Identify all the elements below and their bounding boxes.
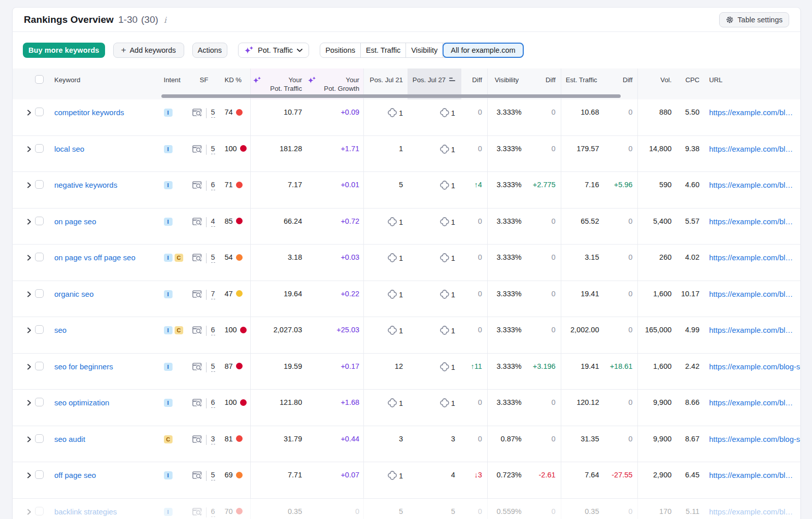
col-header-url[interactable]: URL [704, 68, 800, 99]
pos-diff-cell: ↑11 [461, 354, 488, 390]
intent-badge-I: I [164, 290, 173, 298]
kd-cell: 87 [219, 354, 251, 390]
cpc-cell: 10.17 [676, 281, 704, 317]
row-expander[interactable] [13, 172, 35, 208]
row-expander[interactable] [13, 209, 35, 245]
keyword-link[interactable]: seo optimization [54, 398, 109, 407]
keyword-link[interactable]: on page seo [54, 217, 96, 226]
row-expander[interactable] [13, 462, 35, 498]
keyword-link[interactable]: seo audit [54, 435, 85, 443]
serp-features-icon [192, 253, 202, 263]
add-keywords-button[interactable]: +Add keywords [113, 43, 184, 58]
serp-features-icon [192, 217, 202, 227]
keyword-link[interactable]: seo for beginners [54, 362, 113, 371]
url-link[interactable]: https://example.com/bl… [709, 145, 793, 153]
segment-positions[interactable]: Positions [320, 43, 361, 57]
row-checkbox[interactable] [35, 507, 44, 515]
cpc-cell: 8.67 [676, 426, 704, 462]
keyword-link[interactable]: negative keywords [54, 181, 117, 189]
url-link[interactable]: https://example.com/bl… [709, 398, 793, 407]
pos-jul27-cell: 1 [408, 354, 461, 390]
row-checkbox[interactable] [35, 253, 44, 261]
keyword-link[interactable]: competitor keywords [54, 108, 124, 117]
row-expander[interactable] [13, 317, 35, 353]
url-link[interactable]: https://example.com/blog-seo-for-beginne… [709, 362, 800, 371]
col-header-cpc[interactable]: CPC [676, 68, 704, 99]
keyword-link[interactable]: seo [54, 326, 66, 334]
keyword-link[interactable]: off page seo [54, 471, 96, 479]
buy-more-keywords-button[interactable]: Buy more keywords [23, 43, 105, 58]
row-expander[interactable] [13, 499, 35, 519]
serp-features-count[interactable]: 6 [211, 326, 215, 335]
volume-cell: 590 [638, 172, 676, 208]
volume-cell: 9,900 [638, 390, 676, 426]
volume-cell: 260 [638, 245, 676, 281]
serp-features-count[interactable]: 7 [211, 290, 215, 299]
url-link[interactable]: https://example.com/bl… [709, 108, 793, 117]
pot-growth-cell: +0.22 [305, 281, 364, 317]
actions-button[interactable]: Actions [192, 43, 228, 58]
row-checkbox[interactable] [35, 470, 44, 479]
position-value: 1 [399, 290, 403, 298]
keyword-link[interactable]: on page vs off page seo [54, 253, 136, 262]
serp-features-count[interactable]: 3 [211, 435, 215, 444]
serp-features-count[interactable]: 5 [211, 254, 215, 263]
position-value: 5 [399, 181, 403, 189]
row-checkbox[interactable] [35, 108, 44, 116]
position-value: 1 [399, 145, 403, 153]
sf-divider [206, 108, 207, 118]
table-settings-button[interactable]: Table settings [719, 12, 789, 27]
visibility-diff-cell: 0 [528, 499, 561, 519]
pos-jul21-cell: 5 [364, 499, 408, 519]
serp-features-count[interactable]: 5 [211, 145, 215, 154]
row-checkbox[interactable] [35, 144, 44, 153]
row-checkbox[interactable] [35, 180, 44, 189]
segment-all-for-domain[interactable]: All for example.com [443, 43, 523, 58]
volume-cell: 2,900 [638, 462, 676, 498]
url-link[interactable]: https://example.com/bl… [709, 507, 793, 516]
url-link[interactable]: https://example.com/bl… [709, 290, 793, 298]
url-link[interactable]: https://example.com/blog-seo-audit-guide [709, 435, 800, 443]
row-expander[interactable] [13, 245, 35, 281]
row-expander[interactable] [13, 281, 35, 317]
row-expander[interactable] [13, 354, 35, 390]
select-all-checkbox[interactable] [35, 75, 44, 84]
serp-features-count[interactable]: 6 [211, 399, 215, 408]
chevron-right-icon [26, 327, 32, 333]
url-link[interactable]: https://example.com/bl… [709, 217, 793, 226]
row-checkbox[interactable] [35, 217, 44, 225]
serp-features-icon [192, 289, 202, 299]
serp-features-count[interactable]: 5 [211, 363, 215, 372]
keyword-link[interactable]: organic seo [54, 290, 94, 298]
serp-features-count[interactable]: 5 [211, 109, 215, 118]
horizontal-scrollbar[interactable] [161, 94, 621, 98]
row-checkbox[interactable] [35, 362, 44, 370]
url-link[interactable]: https://example.com/bl… [709, 181, 793, 189]
url-link[interactable]: https://example.com/bl… [709, 471, 793, 479]
serp-features-icon [192, 398, 202, 408]
serp-features-count[interactable]: 5 [211, 471, 215, 480]
serp-features-count[interactable]: 4 [211, 218, 215, 227]
col-header-volume[interactable]: Vol. [638, 68, 676, 99]
url-link[interactable]: https://example.com/bl… [709, 253, 793, 262]
url-link[interactable]: https://example.com/bl… [709, 326, 793, 334]
row-expander[interactable] [13, 426, 35, 462]
keyword-link[interactable]: backlink strategies [54, 507, 117, 516]
page-title: Rankings Overview [24, 14, 114, 25]
row-checkbox[interactable] [35, 398, 44, 406]
serp-features-count[interactable]: 6 [211, 508, 215, 517]
row-checkbox[interactable] [35, 434, 44, 443]
row-checkbox[interactable] [35, 289, 44, 298]
row-checkbox[interactable] [35, 325, 44, 334]
serp-features-count[interactable]: 6 [211, 181, 215, 190]
row-expander[interactable] [13, 99, 35, 135]
segment-visibility[interactable]: Visibility [406, 43, 443, 57]
row-expander[interactable] [13, 136, 35, 172]
segment-est-traffic[interactable]: Est. Traffic [361, 43, 406, 57]
info-icon[interactable]: i [164, 15, 166, 25]
keyword-link[interactable]: local seo [54, 145, 84, 153]
visibility-cell: 3.333% [488, 209, 528, 245]
col-header-keyword[interactable]: Keyword [54, 68, 164, 99]
row-expander[interactable] [13, 390, 35, 426]
metric-dropdown[interactable]: Pot. Traffic [238, 43, 309, 58]
